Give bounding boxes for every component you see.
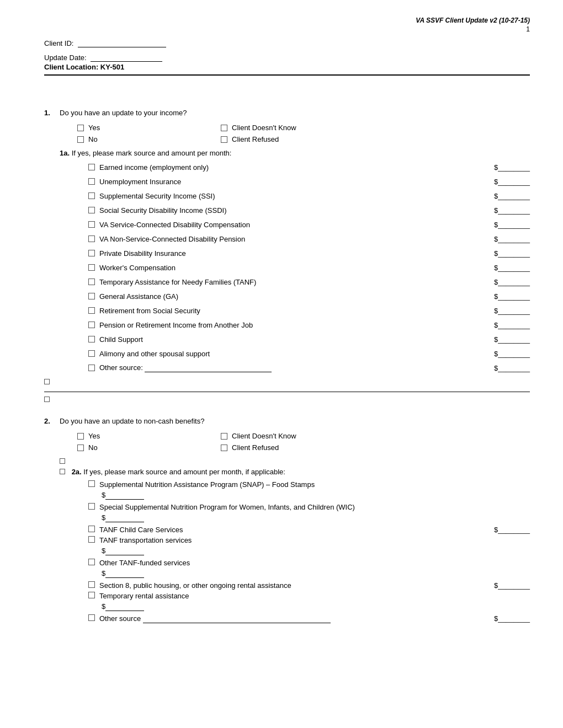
tanf-transport-checkbox[interactable]: [88, 536, 95, 543]
other-source-b-checkbox[interactable]: [88, 614, 95, 621]
income-row-workers-comp: Worker's Compensation $________: [88, 262, 530, 273]
tanf-amount[interactable]: $________: [483, 278, 530, 286]
retirement-ss-checkbox[interactable]: [88, 307, 95, 314]
other-source-b-line[interactable]: [143, 614, 331, 623]
other-source-checkbox[interactable]: [88, 365, 95, 371]
tanf-transport-amount-line[interactable]: [105, 547, 144, 555]
unemployment-checkbox[interactable]: [88, 178, 95, 185]
q1-yes-checkbox[interactable]: [77, 125, 84, 131]
q2-no-checkbox[interactable]: [77, 445, 84, 451]
pension-checkbox[interactable]: [88, 322, 95, 328]
workers-comp-checkbox[interactable]: [88, 264, 95, 271]
client-location-value: KY-501: [100, 63, 124, 71]
q2-client-refused-label: Client Refused: [232, 443, 279, 452]
other-source-b-amount[interactable]: $________: [483, 614, 530, 623]
snap-sub-amount[interactable]: $: [102, 491, 530, 500]
va-non-service-checkbox[interactable]: [88, 235, 95, 242]
ssi-label: Supplemental Security Income (SSI): [99, 192, 483, 200]
ssi-checkbox[interactable]: [88, 192, 95, 199]
benefit-row-tanf-childcare: TANF Child Care Services $________: [88, 526, 530, 534]
other-tanf-label: Other TANF-funded services: [99, 559, 530, 567]
private-disability-amount[interactable]: $________: [483, 249, 530, 258]
q2-client-doesnt-know-checkbox[interactable]: [221, 433, 227, 440]
q1-client-doesnt-know-col: Client Doesn't Know: [221, 124, 296, 132]
tanf-childcare-checkbox[interactable]: [88, 526, 95, 532]
earned-checkbox[interactable]: [88, 164, 95, 170]
other-tanf-amount-line[interactable]: [105, 569, 144, 578]
wic-checkbox[interactable]: [88, 503, 95, 510]
q2a-label: 2a.: [72, 468, 82, 476]
tanf-childcare-amount[interactable]: $________: [483, 526, 530, 534]
child-support-checkbox[interactable]: [88, 336, 95, 342]
wic-sub-amount[interactable]: $: [102, 513, 530, 522]
q1-answers: Yes Client Doesn't Know No Client Refuse…: [77, 124, 530, 143]
pension-amount[interactable]: $________: [494, 321, 530, 329]
q2-no-label: No: [88, 443, 188, 452]
tanf-label: Temporary Assistance for Needy Families …: [99, 278, 483, 286]
tanf-transport-sub-amount[interactable]: $: [102, 547, 530, 555]
other-source-amount[interactable]: $________: [494, 364, 530, 372]
client-id-field[interactable]: [78, 39, 166, 47]
q1a-label: 1a.: [60, 149, 70, 157]
q2-standalone-row: [60, 457, 530, 465]
va-non-service-label: VA Non-Service-Connected Disability Pens…: [99, 235, 483, 243]
earned-amount[interactable]: $________: [494, 163, 530, 172]
q1-client-doesnt-know-label: Client Doesn't Know: [232, 124, 296, 132]
child-support-amount[interactable]: $________: [494, 335, 530, 344]
ssdi-amount[interactable]: $________: [483, 206, 530, 215]
q1-no-row: No Client Refused: [77, 135, 530, 143]
ssdi-checkbox[interactable]: [88, 207, 95, 213]
q2-answers: Yes Client Doesn't Know No Client Refuse…: [77, 432, 530, 452]
ssi-amount[interactable]: $________: [483, 192, 530, 200]
other-source-label: Other source:: [99, 363, 494, 372]
q1-no-checkbox[interactable]: [77, 136, 84, 143]
wic-amount-line[interactable]: [105, 513, 144, 522]
ga-checkbox[interactable]: [88, 293, 95, 299]
va-service-amount[interactable]: $________: [483, 221, 530, 229]
ssdi-label: Social Security Disability Income (SSDI): [99, 206, 483, 215]
client-id-row: Client ID:: [44, 39, 530, 47]
q2-client-refused-checkbox[interactable]: [221, 445, 227, 451]
ga-amount[interactable]: $________: [494, 292, 530, 301]
other-source-line[interactable]: [145, 363, 272, 372]
benefit-row-other-source: Other source $________: [88, 614, 530, 623]
tanf-checkbox[interactable]: [88, 279, 95, 285]
other-tanf-checkbox[interactable]: [88, 559, 95, 565]
retirement-ss-amount[interactable]: $________: [494, 307, 530, 315]
q1-client-refused-checkbox[interactable]: [221, 136, 227, 143]
q2-yes-checkbox[interactable]: [77, 433, 84, 440]
q1a-text: If yes, please mark source and amount pe…: [72, 149, 232, 157]
workers-comp-amount[interactable]: $________: [494, 264, 530, 272]
income-row-tanf: Temporary Assistance for Needy Families …: [88, 276, 530, 287]
alimony-amount[interactable]: $________: [483, 350, 530, 358]
question-2-section: 2. Do you have an update to non-cash ben…: [44, 417, 530, 623]
snap-amount-line[interactable]: [105, 491, 144, 500]
section8-amount[interactable]: $________: [483, 581, 530, 590]
private-disability-checkbox[interactable]: [88, 250, 95, 256]
question-1-row: 1. Do you have an update to your income?: [44, 109, 530, 117]
q1a-section: 1a. If yes, please mark source and amoun…: [44, 149, 530, 373]
wic-label: Special Supplemental Nutrition Program f…: [99, 503, 530, 511]
unemployment-amount[interactable]: $________: [494, 178, 530, 186]
earned-label: Earned income (employment only): [99, 163, 494, 172]
temp-rental-checkbox[interactable]: [88, 592, 95, 598]
va-non-service-amount[interactable]: $________: [483, 235, 530, 243]
section8-checkbox[interactable]: [88, 581, 95, 588]
snap-checkbox[interactable]: [88, 480, 95, 487]
update-date-field[interactable]: [91, 53, 162, 62]
temp-rental-amount-line[interactable]: [105, 602, 144, 611]
document-title: VA SSVF Client Update v2 (10-27-15): [44, 17, 530, 24]
q2a-checkbox[interactable]: [60, 469, 65, 474]
q1-client-doesnt-know-checkbox[interactable]: [221, 125, 227, 131]
va-service-checkbox[interactable]: [88, 221, 95, 228]
temp-rental-sub-amount[interactable]: $: [102, 602, 530, 611]
q1-extra-checkbox[interactable]: [44, 397, 50, 402]
retirement-ss-label: Retirement from Social Security: [99, 307, 494, 315]
alimony-checkbox[interactable]: [88, 350, 95, 357]
q2-standalone-checkbox[interactable]: [60, 458, 65, 464]
update-date-label: Update Date:: [44, 53, 87, 62]
other-tanf-sub-amount[interactable]: $: [102, 569, 530, 578]
header-divider: [44, 74, 530, 76]
benefit-row-section8: Section 8, public housing, or other ongo…: [88, 581, 530, 590]
q1-standalone-checkbox[interactable]: [44, 379, 50, 384]
